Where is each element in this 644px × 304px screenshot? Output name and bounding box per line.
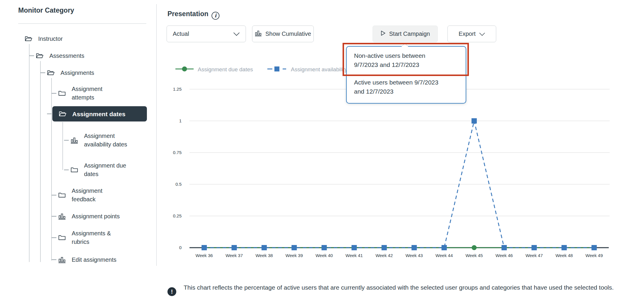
svg-text:Week 40: Week 40 — [316, 253, 333, 258]
sidebar-item-label: Instructor — [38, 35, 63, 43]
sidebar-item-assignment-dates[interactable]: Assignment dates — [52, 106, 147, 121]
show-cumulative-label: Show Cumulative — [265, 31, 311, 37]
legend-item-assignment-due-dates[interactable]: Assignment due dates — [175, 66, 253, 73]
tree-connector-line — [40, 61, 41, 262]
svg-text:Week 47: Week 47 — [526, 253, 543, 258]
tree-connector-line — [63, 122, 63, 170]
sidebar-item-label: Assignment attempts — [72, 85, 125, 102]
svg-text:Week 36: Week 36 — [196, 253, 213, 258]
app-window: Monitor Category Instructor Assessments — [0, 0, 644, 304]
menu-option-non-active-users[interactable]: Non-active users between 9/7/2023 and 12… — [347, 47, 466, 73]
folder-open-icon — [59, 110, 66, 117]
sidebar-title-divider — [18, 23, 146, 24]
bar-chart-icon — [58, 213, 66, 220]
sidebar-item-label: Assignments & rubrics — [72, 229, 123, 246]
svg-text:Week 38: Week 38 — [256, 253, 273, 258]
start-campaign-button[interactable]: Start Campaign — [373, 26, 438, 42]
legend-sample-green-line-circle — [175, 66, 194, 73]
sidebar-item-label: Assignment due dates — [84, 161, 132, 178]
bar-chart-icon — [58, 256, 66, 263]
sidebar-main-divider — [156, 4, 157, 266]
sidebar-item-edit-assignments[interactable]: Edit assignments — [52, 254, 116, 266]
info-icon[interactable]: i — [212, 12, 219, 20]
sidebar-item-label: Assignment availability dates — [84, 132, 128, 149]
svg-text:0.5: 0.5 — [175, 182, 182, 187]
sidebar-item-label: Assignments — [61, 69, 94, 77]
svg-text:0.25: 0.25 — [173, 213, 182, 218]
export-label: Export — [459, 31, 476, 37]
legend-sample-blue-dash-square — [267, 66, 287, 73]
show-cumulative-button[interactable]: Show Cumulative — [252, 26, 314, 42]
sidebar-item-instructor[interactable]: Instructor — [18, 33, 63, 45]
svg-text:1: 1 — [179, 118, 182, 123]
sidebar-title: Monitor Category — [18, 6, 74, 14]
svg-text:Week 43: Week 43 — [405, 253, 423, 258]
svg-text:Week 41: Week 41 — [346, 253, 363, 258]
sidebar-item-label: Assignment feedback — [72, 187, 126, 204]
bar-chart-icon — [71, 137, 78, 144]
svg-text:0.75: 0.75 — [173, 150, 182, 155]
folder-icon — [58, 90, 66, 97]
folder-icon — [58, 192, 66, 199]
chart-note: This chart reflects the percentage of ac… — [184, 282, 615, 293]
sidebar-item-label: Assessments — [49, 52, 84, 60]
sidebar-item-label: Assignment dates — [72, 110, 125, 118]
sidebar-item-assignment-attempts[interactable]: Assignment attempts — [52, 85, 125, 102]
tree-connector-dash — [47, 114, 52, 114]
sidebar-item-assignment-feedback[interactable]: Assignment feedback — [52, 186, 126, 204]
section-title: Presentation — [167, 10, 208, 18]
legend-label: Assignment due dates — [198, 66, 253, 73]
sidebar-item-assessments[interactable]: Assessments — [29, 50, 84, 62]
svg-text:Week 44: Week 44 — [435, 253, 453, 258]
campaign-menu-popup: Non-active users between 9/7/2023 and 12… — [346, 46, 466, 104]
chevron-down-icon — [233, 31, 240, 37]
chart: 00.250.50.7511.25Week 36Week 37Week 38We… — [165, 79, 626, 273]
sidebar-item-assignments-rubrics[interactable]: Assignments & rubrics — [52, 229, 123, 246]
sidebar-item-assignment-due-dates[interactable]: Assignment due dates — [64, 161, 132, 179]
export-button[interactable]: Export — [447, 26, 496, 42]
svg-text:Week 42: Week 42 — [375, 253, 393, 258]
chevron-down-icon — [479, 31, 485, 37]
svg-text:Week 45: Week 45 — [465, 253, 483, 258]
folder-open-icon — [36, 52, 43, 59]
alert-icon: ! — [167, 287, 176, 296]
sidebar-item-assignment-points[interactable]: Assignment points — [52, 210, 120, 222]
menu-option-active-users[interactable]: Active users between 9/7/2023 and 12/7/2… — [347, 73, 466, 100]
folder-open-icon — [25, 35, 32, 42]
folder-icon — [58, 234, 66, 241]
sidebar-item-label: Assignment points — [72, 212, 120, 221]
sidebar-item-assignments[interactable]: Assignments — [41, 67, 94, 79]
tree-connector-line — [29, 44, 29, 262]
svg-text:0: 0 — [179, 245, 182, 250]
svg-text:1.25: 1.25 — [173, 87, 182, 92]
svg-text:Week 39: Week 39 — [286, 253, 303, 258]
presentation-mode-value: Actual — [173, 31, 189, 37]
presentation-mode-select[interactable]: Actual — [167, 26, 246, 42]
play-icon — [380, 30, 386, 38]
bar-chart-icon — [255, 30, 262, 38]
svg-text:Week 37: Week 37 — [226, 253, 243, 258]
start-campaign-label: Start Campaign — [389, 31, 430, 37]
svg-text:Week 49: Week 49 — [586, 253, 603, 258]
svg-text:Week 48: Week 48 — [556, 253, 573, 258]
folder-icon — [71, 166, 78, 173]
sidebar-item-assignment-availability-dates[interactable]: Assignment availability dates — [64, 127, 128, 153]
folder-open-icon — [47, 69, 55, 76]
sidebar-item-label: Edit assignments — [72, 256, 116, 264]
svg-text:Week 46: Week 46 — [496, 253, 513, 258]
